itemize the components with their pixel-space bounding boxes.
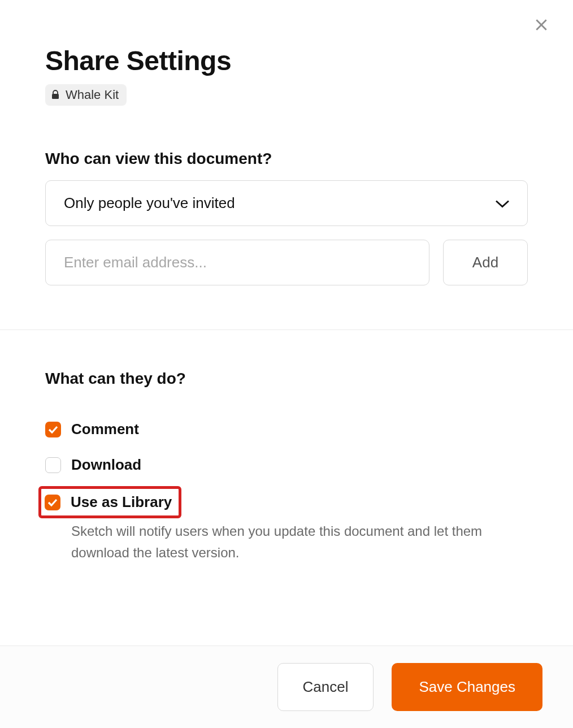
svg-rect-2 (52, 94, 59, 99)
permission-row-download: Download (45, 447, 528, 483)
visibility-select[interactable]: Only people you've invited (45, 180, 528, 226)
close-button[interactable] (532, 16, 550, 34)
permission-label: Comment (71, 421, 139, 438)
save-changes-button[interactable]: Save Changes (392, 663, 542, 711)
document-chip: Whale Kit (45, 84, 127, 106)
checkbox-download[interactable] (45, 457, 61, 473)
view-section-heading: Who can view this document? (45, 150, 528, 168)
visibility-selected-value: Only people you've invited (64, 194, 235, 212)
checkbox-comment[interactable] (45, 422, 61, 437)
chevron-down-icon (495, 194, 510, 212)
permission-row-comment: Comment (45, 411, 528, 447)
highlight-use-as-library: Use as Library (38, 486, 181, 518)
checkbox-use-as-library[interactable] (45, 495, 60, 510)
dialog-footer: Cancel Save Changes (0, 645, 573, 728)
add-button[interactable]: Add (443, 240, 528, 285)
close-icon (534, 18, 549, 32)
document-name: Whale Kit (66, 88, 119, 102)
permission-label: Use as Library (71, 493, 172, 511)
permission-label: Download (71, 456, 141, 474)
share-settings-dialog: Share Settings Whale Kit Who can view th… (0, 0, 573, 728)
lock-icon (51, 90, 60, 100)
permissions-heading: What can they do? (45, 370, 528, 388)
invite-row: Add (45, 240, 528, 285)
cancel-button[interactable]: Cancel (277, 663, 374, 711)
library-description: Sketch will notify users when you update… (71, 521, 489, 564)
email-input[interactable] (45, 240, 429, 285)
check-icon (48, 426, 58, 434)
check-icon (47, 499, 58, 506)
permissions-list: Comment Download Use as Library Sketch w… (45, 411, 528, 564)
dialog-title: Share Settings (45, 45, 528, 76)
section-divider (0, 330, 573, 330)
permission-row-library: Use as Library (45, 493, 172, 511)
